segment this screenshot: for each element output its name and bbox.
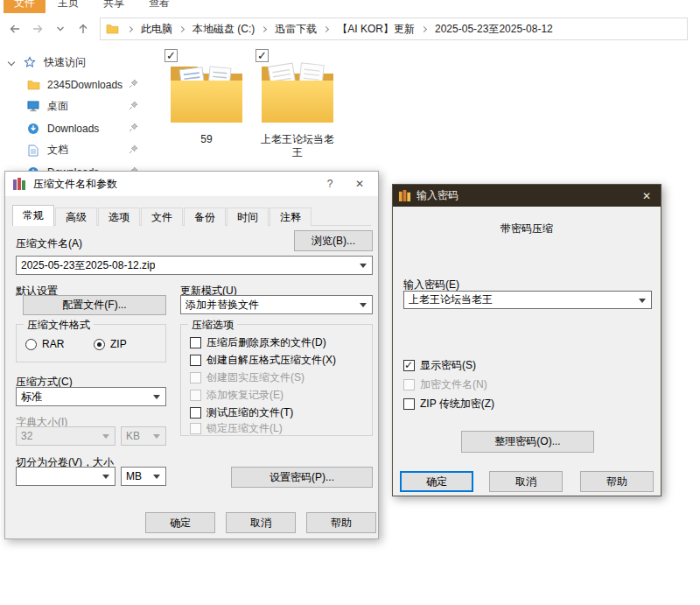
compression-method-select[interactable]: 标准 — [16, 387, 166, 406]
radio-icon[interactable] — [94, 339, 105, 350]
checkbox-icon[interactable] — [190, 355, 201, 366]
breadcrumb-item[interactable]: 本地磁盘 (C:) — [191, 22, 256, 37]
breadcrumb-chevron-icon[interactable] — [178, 25, 185, 32]
ribbon-tab-view[interactable]: 查看 — [136, 0, 182, 13]
archive-name-label: 压缩文件名(A) — [16, 236, 82, 251]
ok-button[interactable]: 确定 — [145, 512, 215, 533]
file-tile-59[interactable]: ✓ 59 — [163, 47, 250, 157]
item-checkbox[interactable]: ✓ — [256, 49, 269, 62]
chevron-down-icon[interactable] — [153, 475, 160, 479]
chevron-down-icon[interactable] — [153, 395, 160, 399]
archiving-with-password-label: 带密码压缩 — [393, 222, 661, 236]
dictionary-unit-select: KB — [121, 426, 166, 446]
checkbox-icon[interactable] — [403, 398, 415, 410]
option-test-checkbox[interactable]: 测试压缩的文件(T) — [190, 405, 293, 419]
sidebar-item-downloads[interactable]: Downloads — [0, 117, 149, 139]
sidebar-quick-access[interactable]: 快速访问 — [0, 51, 149, 74]
format-rar-radio[interactable]: RAR — [25, 337, 64, 351]
option-sfx-checkbox[interactable]: 创建自解压格式压缩文件(X) — [190, 353, 336, 367]
chevron-down-icon[interactable] — [102, 475, 109, 479]
format-zip-radio[interactable]: ZIP — [94, 337, 127, 351]
sidebar-item-label: 桌面 — [47, 99, 68, 114]
split-volume-size-input[interactable] — [16, 467, 116, 486]
chevron-down-icon — [153, 434, 160, 439]
tab-comment[interactable]: 注释 — [270, 208, 312, 226]
expander-chevron-icon[interactable] — [8, 59, 15, 66]
browse-button[interactable]: 浏览(B)... — [294, 230, 373, 251]
zip-legacy-encryption-checkbox[interactable]: ZIP 传统加密(Z) — [403, 397, 494, 411]
help-button[interactable]: 帮助 — [306, 512, 376, 533]
chevron-down-icon[interactable] — [360, 303, 367, 307]
breadcrumb-item[interactable]: 【AI KOR】更新 — [335, 22, 416, 37]
option-solid-checkbox: 创建固实压缩文件(S) — [190, 370, 304, 384]
checkbox-label: 锁定压缩文件(L) — [206, 421, 283, 436]
back-icon[interactable] — [4, 18, 26, 40]
chevron-down-icon — [102, 434, 109, 439]
document-icon — [26, 144, 40, 157]
dialog-titlebar[interactable]: 输入密码 ✕ — [393, 185, 661, 207]
chevron-down-icon[interactable] — [360, 264, 367, 268]
archive-name-input[interactable]: 2025-05-23至2025-08-12.zip — [16, 256, 373, 275]
close-icon[interactable]: ✕ — [633, 185, 661, 207]
compression-options-legend: 压缩选项 — [188, 318, 237, 333]
item-checkbox[interactable]: ✓ — [164, 49, 178, 62]
tab-options[interactable]: 选项 — [98, 208, 140, 226]
checkbox-icon[interactable] — [403, 360, 415, 371]
tab-general[interactable]: 常规 — [12, 205, 54, 226]
forward-icon[interactable] — [26, 18, 49, 40]
address-bar[interactable]: 此电脑 本地磁盘 (C:) 迅雷下载 【AI KOR】更新 2025-05-23… — [100, 18, 688, 40]
show-password-checkbox[interactable]: 显示密码(S) — [403, 358, 476, 372]
checkbox-icon — [190, 372, 201, 383]
pin-icon — [129, 79, 138, 91]
breadcrumb-chevron-icon[interactable] — [323, 25, 329, 32]
password-input[interactable]: 上老王论坛当老王 — [403, 291, 652, 309]
sidebar-item-label: 2345Downloads — [47, 79, 122, 91]
breadcrumb-item[interactable]: 此电脑 — [139, 22, 174, 37]
folder-icon — [26, 80, 40, 90]
close-icon[interactable]: ✕ — [345, 172, 374, 196]
compression-options-group: 压缩选项 压缩后删除原来的文件(D) 创建自解压格式压缩文件(X) 创建固实压缩… — [180, 324, 373, 436]
tab-time[interactable]: 时间 — [227, 208, 269, 226]
dictionary-size-select: 32 — [16, 426, 116, 446]
ok-button[interactable]: 确定 — [400, 471, 473, 492]
option-delete-files-checkbox[interactable]: 压缩后删除原来的文件(D) — [190, 335, 326, 349]
set-password-button[interactable]: 设置密码(P)... — [231, 467, 373, 488]
archive-name-value: 2025-05-23至2025-08-12.zip — [21, 258, 155, 273]
address-bar-row: 此电脑 本地磁盘 (C:) 迅雷下载 【AI KOR】更新 2025-05-23… — [0, 15, 700, 43]
option-lock-checkbox: 锁定压缩文件(L) — [190, 421, 283, 435]
update-mode-select[interactable]: 添加并替换文件 — [180, 295, 373, 314]
tab-files[interactable]: 文件 — [141, 208, 183, 226]
tab-backup[interactable]: 备份 — [184, 208, 226, 226]
organize-passwords-button[interactable]: 整理密码(O)... — [461, 431, 594, 453]
breadcrumb-chevron-icon[interactable] — [127, 25, 133, 32]
help-titlebar-button[interactable]: ? — [315, 172, 345, 196]
sidebar-item-documents[interactable]: 文档 — [0, 139, 149, 161]
split-volume-unit-select[interactable]: MB — [121, 467, 166, 486]
sidebar-item-2345downloads[interactable]: 2345Downloads — [0, 74, 149, 95]
tab-advanced[interactable]: 高级 — [55, 208, 97, 226]
ribbon-tab-share[interactable]: 共享 — [91, 0, 136, 13]
breadcrumb-chevron-icon[interactable] — [421, 25, 427, 32]
encrypt-file-names-checkbox: 加密文件名(N) — [403, 377, 487, 391]
ribbon-tab-file[interactable]: 文件 — [4, 0, 46, 13]
sidebar-item-desktop[interactable]: 桌面 — [0, 95, 149, 117]
file-tile-folder-2[interactable]: ✓ 上老王论坛当老王 — [254, 47, 341, 170]
dialog-title: 输入密码 — [416, 188, 458, 203]
cancel-button[interactable]: 取消 — [489, 471, 563, 492]
radio-icon[interactable] — [25, 339, 37, 350]
breadcrumb-chevron-icon[interactable] — [261, 25, 267, 32]
chevron-down-icon[interactable] — [639, 299, 646, 303]
checkbox-icon[interactable] — [190, 337, 201, 348]
dialog-titlebar[interactable]: 压缩文件名和参数 ? ✕ — [5, 172, 378, 196]
ribbon-tab-home[interactable]: 主页 — [46, 0, 91, 13]
breadcrumb-item[interactable]: 迅雷下载 — [273, 22, 318, 37]
pin-icon — [129, 123, 138, 135]
checkbox-icon[interactable] — [190, 407, 201, 419]
up-icon[interactable] — [72, 18, 94, 40]
archive-format-group: 压缩文件格式 RAR ZIP — [16, 324, 166, 362]
recent-locations-chevron-icon[interactable] — [49, 18, 72, 40]
cancel-button[interactable]: 取消 — [226, 512, 296, 533]
breadcrumb-item[interactable]: 2025-05-23至2025-08-12 — [433, 22, 555, 37]
help-button[interactable]: 帮助 — [580, 471, 654, 492]
profiles-button[interactable]: 配置文件(F)... — [23, 295, 166, 315]
